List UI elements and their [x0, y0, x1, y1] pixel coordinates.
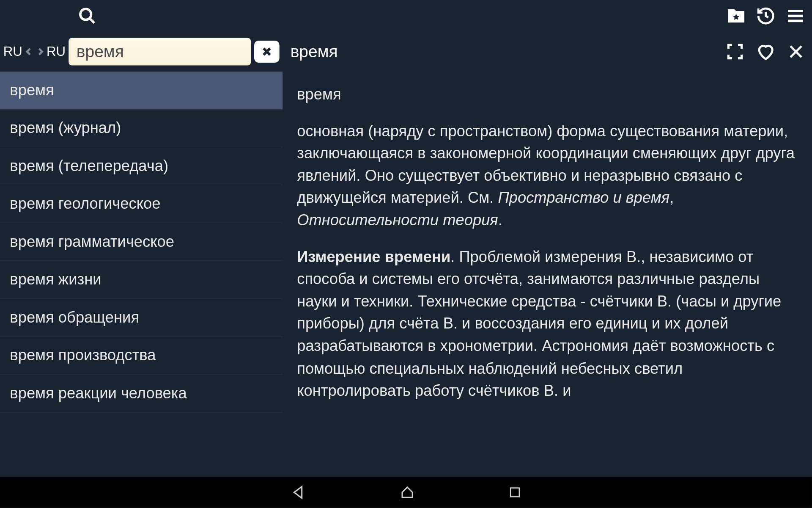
search-bar: RU RU время время [0, 32, 812, 71]
top-toolbar [0, 0, 812, 32]
article-headword: время [297, 83, 798, 106]
list-item[interactable]: время (телепередача) [0, 147, 283, 185]
suggestions-list[interactable]: время время (журнал) время (телепередача… [0, 72, 283, 508]
menu-icon[interactable] [785, 6, 805, 26]
clear-search-button[interactable] [254, 41, 280, 63]
article-title: время [291, 42, 727, 61]
nav-recent-icon[interactable] [508, 486, 521, 499]
history-icon[interactable] [756, 6, 776, 26]
chevron-left-icon[interactable] [22, 44, 35, 59]
list-item[interactable]: время геологическое [0, 185, 283, 223]
list-item[interactable]: время производства [0, 337, 283, 375]
close-icon[interactable] [788, 44, 804, 60]
svg-rect-9 [510, 488, 519, 497]
list-item[interactable]: время обращения [0, 299, 283, 337]
list-item[interactable]: время грамматическое [0, 223, 283, 261]
chevron-right-icon[interactable] [34, 44, 47, 59]
search-icon[interactable] [78, 7, 96, 25]
android-navbar [0, 477, 812, 508]
list-item[interactable]: время реакции человека [0, 375, 283, 413]
fullscreen-icon[interactable] [726, 43, 744, 61]
lang-to[interactable]: RU [47, 44, 66, 59]
article-paragraph: основная (наряду с пространством) форма … [297, 120, 798, 232]
nav-home-icon[interactable] [399, 485, 414, 500]
lang-from[interactable]: RU [3, 44, 22, 59]
svg-line-1 [90, 18, 94, 23]
list-item[interactable]: время (журнал) [0, 109, 283, 147]
heart-icon[interactable] [756, 42, 776, 62]
favorites-folder-icon[interactable] [726, 6, 746, 26]
list-item[interactable]: время [0, 72, 283, 110]
list-item[interactable]: время жизни [0, 261, 283, 299]
article-paragraph: Измерение времени. Проблемой измерения В… [297, 246, 798, 402]
search-input[interactable]: время [69, 38, 251, 66]
nav-back-icon[interactable] [291, 485, 306, 500]
article-body[interactable]: время основная (наряду с пространством) … [283, 72, 812, 508]
main-content: время время (журнал) время (телепередача… [0, 72, 812, 508]
svg-point-0 [80, 9, 91, 20]
